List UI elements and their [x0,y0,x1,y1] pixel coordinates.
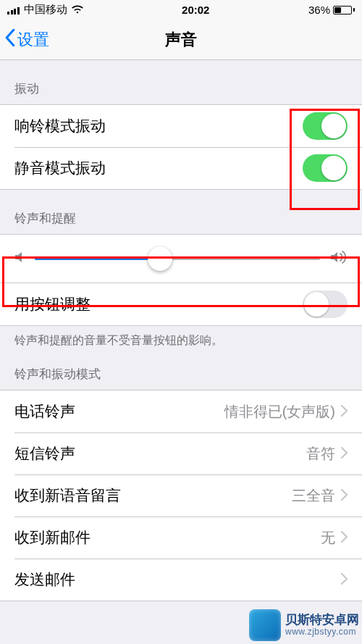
section-footer-ringer: 铃声和提醒的音量不受音量按钮的影响。 [0,326,362,353]
status-bar: 中国移动 20:02 36% [0,0,362,20]
row-label: 收到新语音留言 [14,485,121,506]
carrier-label: 中国移动 [24,3,67,17]
wifi-icon [72,4,83,16]
chevron-right-icon [341,403,348,420]
watermark-title: 贝斯特安卓网 [285,613,359,627]
row-change-with-buttons[interactable]: 用按钮调整 [0,283,362,325]
row-value: 无 [321,528,335,548]
group-vibration: 响铃模式振动 静音模式振动 [0,104,362,190]
watermark: 贝斯特安卓网 www.zjbstyy.com [249,609,359,641]
row-text-tone[interactable]: 短信铃声 音符 [0,432,362,474]
chevron-right-icon [341,487,348,504]
status-time: 20:02 [182,4,209,16]
row-value: 三全音 [292,486,335,506]
nav-bar: 设置 声音 [0,20,362,60]
speaker-high-icon [330,250,348,267]
section-header-ringer: 铃声和提醒 [0,190,362,234]
chevron-right-icon [341,571,348,588]
group-ringer-button: 用按钮调整 [0,283,362,326]
row-label: 短信铃声 [14,443,75,464]
row-sent-mail[interactable]: 发送邮件 [0,559,362,601]
row-ringer-volume [0,234,362,283]
watermark-logo-icon [249,609,281,641]
ringer-volume-slider[interactable] [35,248,320,269]
battery-icon [333,6,355,14]
watermark-url: www.zjbstyy.com [285,627,359,637]
status-right: 36% [308,4,355,16]
row-new-mail[interactable]: 收到新邮件 无 [0,517,362,559]
toggle-change-with-buttons[interactable] [303,290,348,318]
toggle-vibrate-on-ring[interactable] [303,112,348,140]
chevron-right-icon [341,445,348,462]
section-header-patterns: 铃声和振动模式 [0,353,362,390]
cellular-signal-icon [7,6,20,14]
row-label: 用按钮调整 [14,294,90,314]
back-button[interactable]: 设置 [0,20,49,59]
row-label: 发送邮件 [14,569,75,590]
chevron-left-icon [4,29,16,51]
row-value: 情非得已(女声版) [224,402,335,422]
speaker-low-icon [14,251,25,267]
row-vibrate-on-ring[interactable]: 响铃模式振动 [0,105,362,147]
row-label: 响铃模式振动 [14,116,106,136]
back-label: 设置 [17,29,49,51]
section-header-vibration: 振动 [0,60,362,104]
row-vibrate-on-silent[interactable]: 静音模式振动 [0,147,362,189]
page-title: 声音 [0,29,362,51]
chevron-right-icon [341,529,348,546]
row-ringtone[interactable]: 电话铃声 情非得已(女声版) [0,390,362,432]
row-label: 收到新邮件 [14,527,90,548]
group-patterns: 电话铃声 情非得已(女声版) 短信铃声 音符 收到新语音留言 三全音 收到新邮件… [0,390,362,601]
row-value: 音符 [306,444,335,464]
row-label: 静音模式振动 [14,158,106,178]
battery-percent: 36% [308,4,330,16]
toggle-vibrate-on-silent[interactable] [303,154,348,182]
status-left: 中国移动 [7,3,83,17]
row-label: 电话铃声 [14,401,75,422]
row-new-voicemail[interactable]: 收到新语音留言 三全音 [0,474,362,517]
